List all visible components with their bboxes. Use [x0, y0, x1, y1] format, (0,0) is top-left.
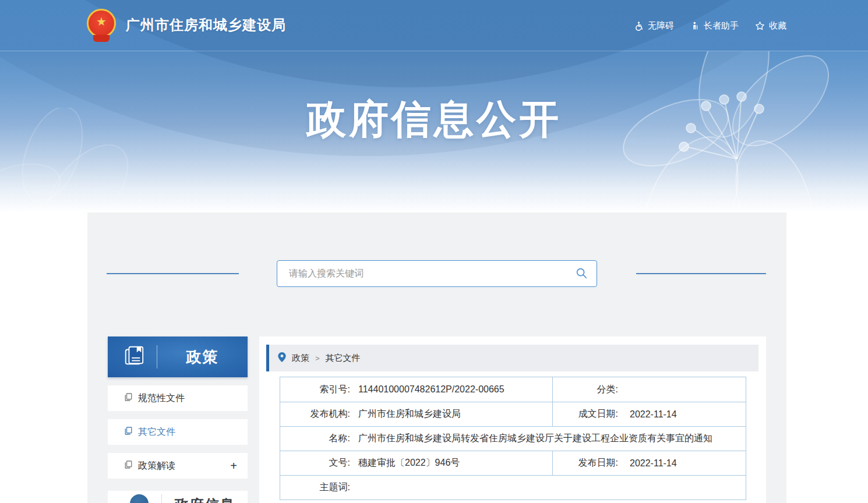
table-cell-publish-date: 发布日期: 2022-11-14	[552, 451, 746, 475]
table-row-index: 索引号: 11440100007482612P/2022-00665 分类:	[280, 377, 746, 402]
field-label: 分类:	[553, 384, 618, 396]
breadcrumb-item-policy[interactable]: 政策	[292, 353, 309, 364]
elder-assistant-link[interactable]: 长者助手	[690, 20, 739, 31]
star-icon	[755, 21, 765, 31]
left-decorative-line	[107, 273, 239, 274]
field-label: 成文日期:	[553, 408, 618, 420]
elder-icon	[690, 21, 700, 31]
document-detail-table: 索引号: 11440100007482612P/2022-00665 分类: 发…	[280, 377, 746, 500]
field-value: 11440100007482612P/2022-00665	[358, 384, 504, 395]
expand-plus-icon[interactable]: +	[230, 460, 237, 472]
circle-icon	[130, 494, 149, 503]
search-box	[277, 260, 597, 287]
table-cell-document-number: 文号: 穗建审批〔2022〕946号	[280, 451, 552, 475]
field-value: 2022-11-14	[630, 409, 677, 420]
elder-assistant-label: 长者助手	[704, 20, 739, 31]
document-icon	[124, 426, 138, 438]
field-label: 文号:	[280, 457, 350, 469]
table-cell-issuing-agency: 发布机构: 广州市住房和城乡建设局	[280, 402, 552, 426]
site-logo-and-title[interactable]: ★ 广州市住房和城乡建设局	[86, 8, 286, 42]
search-input[interactable]	[277, 261, 566, 286]
sidebar-item-policy-interpretation[interactable]: 政策解读 +	[108, 453, 248, 479]
emblem-star-icon: ★	[96, 16, 107, 27]
content-container: 政策 规范性文件 其它文件	[87, 212, 786, 503]
site-title: 广州市住房和城乡建设局	[126, 16, 286, 34]
sidebar-section-policy: 政策	[108, 336, 248, 377]
field-label: 索引号:	[280, 384, 350, 396]
sidebar-item-label: 规范性文件	[138, 392, 185, 405]
table-cell-written-date: 成文日期: 2022-11-14	[552, 402, 746, 426]
accessibility-label: 无障碍	[648, 20, 674, 31]
field-label: 主题词:	[280, 481, 350, 494]
breadcrumb-item-other-documents[interactable]: 其它文件	[326, 353, 361, 364]
accessibility-link[interactable]: 无障碍	[634, 20, 674, 31]
book-icon	[123, 345, 145, 369]
sidebar-item-label: 政策解读	[138, 460, 175, 472]
field-value: 广州市住房和城乡建设局	[358, 408, 461, 420]
sidebar: 政策 规范性文件 其它文件	[108, 336, 248, 503]
field-label: 发布机构:	[280, 408, 350, 420]
table-row-issuer: 发布机构: 广州市住房和城乡建设局 成文日期: 2022-11-14	[280, 402, 746, 426]
national-emblem-logo: ★	[86, 8, 117, 42]
right-decorative-line	[636, 273, 766, 274]
top-header: ★ 广州市住房和城乡建设局 无障碍	[0, 0, 868, 51]
table-cell-index-number: 索引号: 11440100007482612P/2022-00665	[280, 377, 552, 402]
favorite-label: 收藏	[769, 20, 786, 31]
field-value: 广州市住房和城乡建设局转发省住房城乡建设厅关于建设工程企业资质有关事宜的通知	[358, 433, 712, 445]
field-label: 名称:	[280, 433, 350, 445]
field-label: 发布日期:	[553, 457, 618, 469]
table-row-keywords: 主题词:	[280, 475, 746, 500]
sidebar-item-other-documents[interactable]: 其它文件	[108, 419, 248, 445]
document-icon	[124, 392, 138, 404]
document-icon	[124, 460, 138, 472]
table-cell-category: 分类:	[552, 377, 746, 402]
emblem-ribbon	[93, 35, 110, 42]
table-row-doc-number: 文号: 穗建审批〔2022〕946号 发布日期: 2022-11-14	[280, 451, 746, 475]
search-button[interactable]	[566, 261, 597, 286]
sidebar-section-title: 政策	[157, 347, 248, 367]
sidebar-section-government-info: 政府信息	[108, 491, 248, 503]
sidebar-next-section-title: 政府信息	[162, 494, 248, 503]
breadcrumb: 政策 > 其它文件	[266, 345, 758, 371]
sidebar-item-label: 其它文件	[138, 426, 175, 438]
breadcrumb-accent-bar	[266, 345, 269, 371]
sidebar-item-normative-documents[interactable]: 规范性文件	[108, 385, 248, 411]
field-value: 穗建审批〔2022〕946号	[358, 457, 460, 469]
page-title: 政府信息公开	[0, 93, 868, 146]
breadcrumb-separator: >	[315, 354, 320, 363]
favorite-link[interactable]: 收藏	[755, 20, 786, 31]
search-icon	[575, 267, 588, 281]
main-panel: 政策 > 其它文件 索引号: 11440100007482612P/2022-0…	[259, 336, 766, 503]
page: ★ 广州市住房和城乡建设局 无障碍	[0, 0, 868, 503]
field-value: 2022-11-14	[630, 458, 677, 469]
wheelchair-icon	[634, 21, 644, 31]
location-pin-icon	[278, 352, 292, 364]
top-utility-links: 无障碍 长者助手 收藏	[634, 0, 786, 51]
table-row-name: 名称: 广州市住房和城乡建设局转发省住房城乡建设厅关于建设工程企业资质有关事宜的…	[280, 426, 746, 451]
table-cell-document-name: 名称: 广州市住房和城乡建设局转发省住房城乡建设厅关于建设工程企业资质有关事宜的…	[280, 427, 746, 451]
table-cell-keywords: 主题词:	[280, 476, 746, 500]
